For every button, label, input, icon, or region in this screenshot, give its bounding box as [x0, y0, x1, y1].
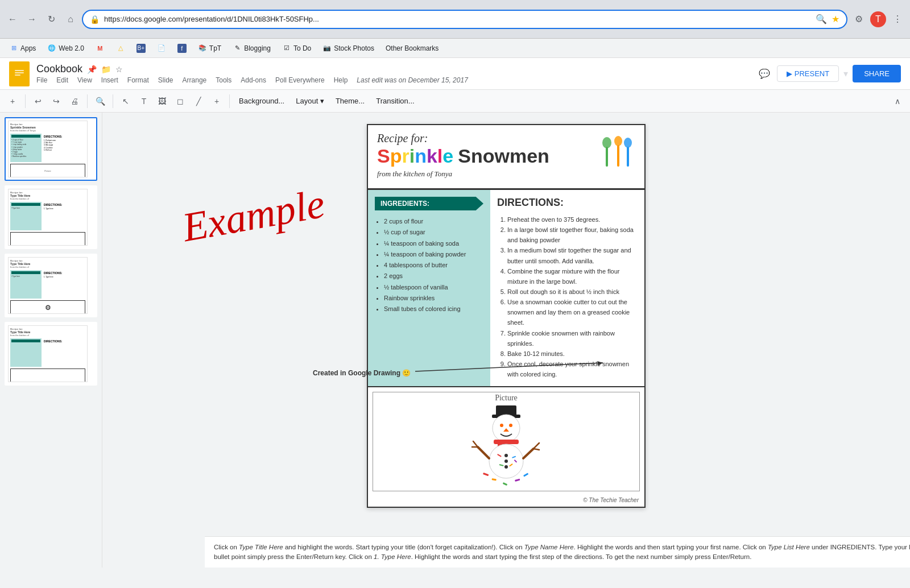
ingredient-1: 2 cups of flour	[384, 216, 483, 227]
svg-point-21	[504, 454, 508, 457]
bookmark-tpt[interactable]: 📚 TpT	[193, 42, 226, 55]
bookmark-other[interactable]: Other Bookmarks	[381, 42, 443, 55]
home-button[interactable]: ⌂	[63, 11, 78, 27]
bookmark-todo-label: To Do	[293, 44, 311, 52]
bookmark-blogging[interactable]: ✎ Blogging	[228, 42, 275, 55]
share-button[interactable]: SHARE	[853, 65, 901, 82]
redo-button[interactable]: ↪	[48, 93, 64, 109]
reload-button[interactable]: ↻	[43, 11, 59, 27]
bookmark-gmail[interactable]: M	[91, 42, 109, 55]
slide-thumbnail-10[interactable]: Recipe for: Type Title Here from the kit…	[5, 322, 97, 386]
svg-point-22	[504, 459, 508, 463]
image-tool[interactable]: 🖼	[154, 93, 170, 109]
menu-arrange[interactable]: Arrange	[183, 76, 207, 84]
todo-icon: ☑	[282, 44, 291, 53]
extensions-button[interactable]: ⚙	[851, 11, 867, 27]
toolbar-separator-3	[113, 94, 113, 108]
theme-button[interactable]: Theme...	[331, 94, 369, 107]
more-button[interactable]: ∧	[890, 93, 905, 109]
bookmark-facebook[interactable]: f	[173, 42, 191, 55]
direction-3: In a medium bowl stir together the sugar…	[507, 245, 638, 266]
background-button[interactable]: Background...	[234, 94, 289, 107]
menu-format[interactable]: Format	[127, 76, 149, 84]
bookmark-b[interactable]: B+	[132, 42, 150, 55]
line-tool[interactable]: ╱	[191, 93, 206, 109]
menu-edit[interactable]: Edit	[56, 76, 68, 84]
last-edit-text: Last edit was on December 15, 2017	[357, 76, 468, 84]
add-button[interactable]: +	[5, 93, 20, 109]
bookmark-tpt-label: TpT	[209, 44, 221, 52]
transition-button[interactable]: Transition...	[371, 94, 419, 107]
svg-rect-37	[491, 478, 496, 481]
zoom-out-button[interactable]: 🔍	[92, 93, 108, 109]
undo-button[interactable]: ↩	[30, 93, 46, 109]
web20-icon: 🌐	[47, 44, 56, 53]
apps-icon: ⊞	[9, 44, 18, 53]
address-bar[interactable]: 🔒 https://docs.google.com/presentation/d…	[82, 10, 847, 29]
edit-area[interactable]: Example Created in Google Drawing 🙂 Reci…	[102, 113, 910, 568]
bookmark-web20[interactable]: 🌐 Web 2.0	[43, 42, 88, 55]
svg-line-33	[533, 443, 539, 449]
layout-button[interactable]: Layout ▾	[291, 94, 329, 107]
url-text: https://docs.google.com/presentation/d/1…	[104, 15, 811, 23]
bookmark-apps[interactable]: ⊞ Apps	[5, 42, 40, 55]
menu-slide[interactable]: Slide	[158, 76, 173, 84]
bookmark-docs[interactable]: 📄	[152, 42, 171, 55]
letter-e: e	[442, 145, 453, 167]
bookmark-stock-photos-label: Stock Photos	[334, 44, 374, 52]
forward-button[interactable]: →	[24, 11, 40, 27]
ingredient-7: ½ tablespoon of vanilla	[384, 282, 483, 293]
ingredients-header: INGREDIENTS:	[375, 197, 483, 210]
bookmark-stock-photos[interactable]: 📷 Stock Photos	[318, 42, 379, 55]
slide-item-7[interactable]: 7 Recipe for: Sprinkle Snowmen from the …	[5, 117, 97, 181]
toolbar-separator-2	[87, 94, 88, 108]
svg-rect-0	[13, 65, 26, 82]
menu-view[interactable]: View	[77, 76, 92, 84]
bookmark-drive[interactable]: △	[111, 42, 130, 55]
ingredient-9: Small tubes of colored icing	[384, 304, 483, 314]
bookmark-blogging-label: Blogging	[244, 44, 271, 52]
shape-tool[interactable]: ◻	[172, 93, 188, 109]
svg-rect-3	[15, 74, 20, 76]
arrow-svg	[415, 360, 614, 383]
svg-rect-9	[617, 145, 619, 167]
plus-tool[interactable]: +	[209, 93, 225, 109]
svg-rect-36	[523, 473, 528, 477]
bookmark-other-label: Other Bookmarks	[386, 44, 439, 52]
instructions-text: Click on Type Title Here and highlight t…	[214, 544, 910, 560]
profile-button[interactable]: T	[870, 11, 886, 27]
picture-label-area: Picture	[373, 392, 639, 403]
menu-insert[interactable]: Insert	[101, 76, 118, 84]
letter-r: r	[402, 145, 409, 167]
slide-item-9[interactable]: 9 Recipe for: Type Title Here from the k…	[5, 254, 97, 317]
slide-thumbnail-8[interactable]: Recipe for: Type Title Here from the kit…	[5, 185, 97, 249]
slide-item-8[interactable]: 8 Recipe for: Type Title Here from the k…	[5, 185, 97, 249]
picture-area: Picture	[373, 392, 640, 491]
ingredient-3: ¼ teaspoon of baking soda	[384, 238, 483, 249]
slide-thumb-inner-8: Recipe for: Type Title Here from the kit…	[8, 189, 88, 246]
stock-photos-icon: 📷	[322, 44, 332, 53]
slide-thumbnail-7[interactable]: Recipe for: Sprinkle Snowmen from the ki…	[5, 117, 97, 181]
comment-button[interactable]: 💬	[756, 66, 772, 82]
svg-line-34	[533, 449, 539, 450]
print-button[interactable]: 🖨	[67, 93, 82, 109]
slide-item-10[interactable]: 10 Recipe for: Type Title Here from the …	[5, 322, 97, 386]
tpt-icon: 📚	[198, 44, 207, 53]
snowman-svg	[466, 404, 546, 490]
slide-thumbnail-9[interactable]: Recipe for: Type Title Here from the kit…	[5, 254, 97, 317]
menu-file[interactable]: File	[36, 76, 47, 84]
direction-5: Roll out dough so it is about ½ inch thi…	[507, 287, 638, 297]
present-button[interactable]: ▶ PRESENT	[777, 65, 839, 82]
menu-poll[interactable]: Poll Everywhere	[275, 76, 325, 84]
menu-tools[interactable]: Tools	[216, 76, 231, 84]
menu-help[interactable]: Help	[334, 76, 348, 84]
ingredients-column: INGREDIENTS: 2 cups of flour ½ cup of su…	[368, 190, 490, 386]
menu-button[interactable]: ⋮	[890, 11, 905, 27]
slide-canvas[interactable]: Recipe for: Sprinkle Snowmen from the ki…	[367, 124, 646, 508]
browser-chrome: ← → ↻ ⌂ 🔒 https://docs.google.com/presen…	[0, 0, 910, 39]
menu-addons[interactable]: Add-ons	[241, 76, 266, 84]
cursor-tool[interactable]: ↖	[118, 93, 134, 109]
bookmark-todo[interactable]: ☑ To Do	[278, 42, 316, 55]
text-tool[interactable]: T	[136, 93, 152, 109]
back-button[interactable]: ←	[5, 11, 20, 27]
